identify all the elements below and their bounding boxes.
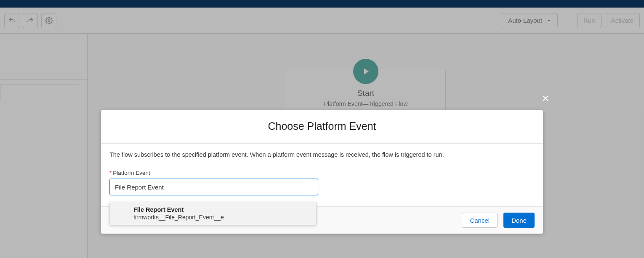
choose-platform-event-modal: Choose Platform Event The flow subscribe… <box>101 110 543 234</box>
dropdown-option-label: File Report Event <box>133 206 309 213</box>
dropdown-option-api-name: firmworks__File_Report_Event__e <box>133 214 309 221</box>
modal-title: Choose Platform Event <box>101 110 543 144</box>
close-button[interactable] <box>541 94 550 105</box>
close-icon <box>541 94 550 103</box>
platform-event-field-label: *Platform Event <box>109 170 535 176</box>
modal-description: The flow subscribes to the specified pla… <box>109 151 535 158</box>
cancel-button[interactable]: Cancel <box>462 213 498 228</box>
platform-event-dropdown: File Report Event firmworks__File_Report… <box>109 202 317 225</box>
done-button[interactable]: Done <box>503 213 535 228</box>
app-header-bar <box>0 0 644 8</box>
required-indicator: * <box>109 170 112 176</box>
dropdown-option[interactable]: File Report Event firmworks__File_Report… <box>110 202 316 225</box>
platform-event-input[interactable] <box>109 179 318 195</box>
